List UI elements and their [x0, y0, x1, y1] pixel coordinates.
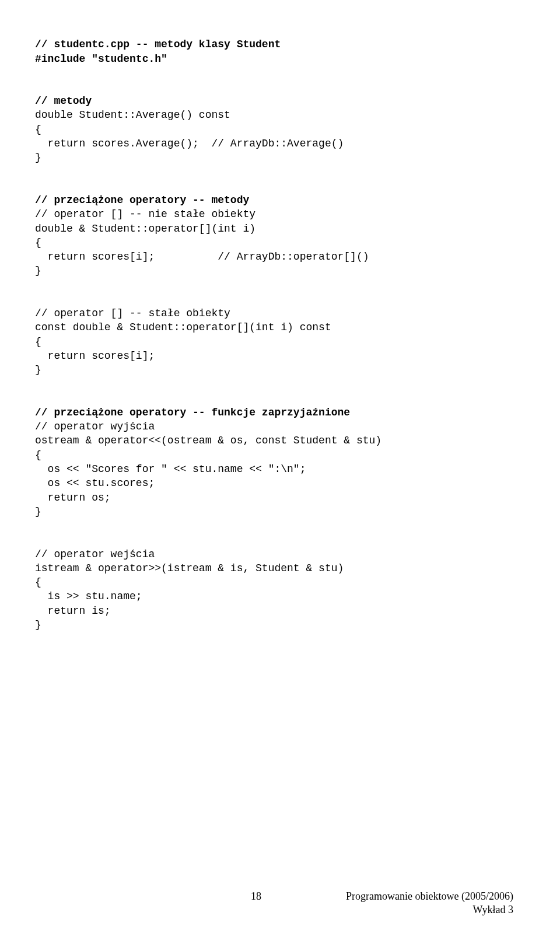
code-line: return os; [35, 492, 111, 504]
code-line: const double & Student::operator[](int i… [35, 321, 331, 333]
code-line: // studentc.cpp -- metody klasy Student [35, 39, 281, 50]
code-line: double & Student::operator[](int i) [35, 223, 256, 235]
code-line: // operator [] -- nie stałe obiekty [35, 208, 256, 220]
code-line: // przeciążone operatory -- funkcje zapr… [35, 407, 350, 418]
code-line: // operator wejścia [35, 548, 155, 560]
code-line: ostream & operator<<(ostream & os, const… [35, 435, 382, 446]
code-line: return is; [35, 605, 111, 617]
code-line: } [35, 364, 41, 376]
code-line: { [35, 449, 41, 461]
code-line: os << "Scores for " << stu.name << ":\n"… [35, 463, 306, 475]
code-block-ostream: // przeciążone operatory -- funkcje zapr… [35, 391, 525, 519]
code-line: // operator [] -- stałe obiekty [35, 307, 230, 319]
code-line: is >> stu.name; [35, 590, 142, 602]
code-line: } [35, 152, 41, 163]
code-line: istream & operator>>(istream & is, Stude… [35, 562, 344, 574]
footer-course: Programowanie obiektowe (2005/2006) [346, 890, 513, 903]
code-block-methods: // metody double Student::Average() cons… [35, 80, 525, 165]
code-line: } [35, 619, 41, 631]
code-line: } [35, 506, 41, 518]
footer-right: Programowanie obiektowe (2005/2006) Wykł… [346, 890, 513, 916]
footer-lecture: Wykład 3 [346, 903, 513, 917]
code-line: #include "studentc.h" [35, 53, 167, 65]
code-block-header: // studentc.cpp -- metody klasy Student … [35, 23, 525, 66]
code-line: return scores[i]; [35, 350, 155, 362]
code-line: { [35, 124, 41, 135]
code-line: } [35, 265, 41, 277]
code-line: { [35, 237, 41, 249]
page: // studentc.cpp -- metody klasy Student … [0, 0, 560, 930]
code-line: return scores[i]; // ArrayDb::operator[]… [35, 251, 369, 263]
code-line: double Student::Average() const [35, 109, 230, 121]
page-number: 18 [251, 889, 261, 903]
code-line: // przeciążone operatory -- metody [35, 194, 249, 206]
code-block-op-nonconst: // przeciążone operatory -- metody // op… [35, 179, 525, 278]
code-line: { [35, 576, 41, 588]
code-block-op-const: // operator [] -- stałe obiekty const do… [35, 292, 525, 377]
code-line: // operator wyjścia [35, 421, 155, 432]
code-line: // metody [35, 95, 92, 107]
code-line: { [35, 336, 41, 348]
code-block-istream: // operator wejścia istream & operator>>… [35, 533, 525, 632]
code-line: return scores.Average(); // ArrayDb::Ave… [35, 138, 344, 149]
code-line: os << stu.scores; [35, 477, 155, 489]
